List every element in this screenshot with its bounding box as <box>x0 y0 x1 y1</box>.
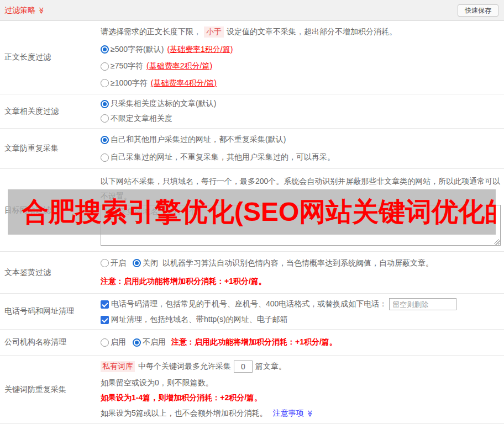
section-title: 过滤策略 <box>4 6 35 15</box>
dedup-option-2[interactable]: 自己采集过的网址，不重复采集，其他用户采集过的，可以再采。 <box>101 152 504 162</box>
radio-checked-icon[interactable] <box>101 136 109 144</box>
length-option-500[interactable]: ≥500字符(默认) (基础费率1积分/篇) <box>101 45 504 55</box>
phone-clean-label: 电话号码清理，包括常见的手机号、座机号、400电话格式，或替换成如下电话： <box>111 299 387 309</box>
filter-strategy-page: 过滤策略 ≫ 快速保存 正文长度过滤 请选择需求的正文长度下限， 小于 设定值的… <box>0 0 504 424</box>
notes-link[interactable]: 注意事项 ≫ <box>273 409 314 418</box>
fee-note: (基础费率2积分/篇) <box>146 61 212 71</box>
radio-unchecked-icon[interactable] <box>101 338 109 347</box>
row-relevance-filter: 文章相关度过滤 只采集相关度达标的文章(默认) 不限定文章相关度 <box>0 94 504 129</box>
radio-checked-icon[interactable] <box>133 259 141 267</box>
radio-label: 自己和其他用户采集过的网址，都不重复采集(默认) <box>111 135 286 145</box>
checkbox-checked-icon[interactable] <box>101 300 109 309</box>
keyword-cost-note: 如果设为1-4篇，则增加积分消耗：+2积分/篇。 <box>101 393 504 403</box>
radio-label: 只采集相关度达标的文章(默认) <box>111 99 216 109</box>
radio-label: 不限定文章相关度 <box>111 114 172 124</box>
intro-text-before: 请选择需求的正文长度下限， <box>101 27 201 37</box>
quick-save-button[interactable]: 快速保存 <box>458 4 498 17</box>
row-phone-url-clean: 电话号码和网址清理 电话号码清理，包括常见的手机号、座机号、400电话格式，或替… <box>0 294 504 330</box>
row-porn-filter: 文本鉴黄过滤 开启 关闭 以机器学习算法自动识别色情内容，当色情概率达到系统阈值… <box>0 252 504 294</box>
radio-label: ≥1000字符 <box>111 78 148 88</box>
intro-text-after: 设定值的文章不采集，超出部分不增加积分消耗。 <box>227 27 397 37</box>
radio-unchecked-icon[interactable] <box>101 114 109 123</box>
length-option-1000[interactable]: ≥1000字符 (基础费率4积分/篇) <box>101 78 504 88</box>
watermark-text: 合肥搜索引擎优化(SEO网站关键词优化的步 <box>22 194 496 230</box>
radio-checked-icon[interactable] <box>133 338 141 347</box>
dedup-option-1[interactable]: 自己和其他用户采集过的网址，都不重复采集(默认) <box>101 135 504 145</box>
notes-link-label: 注意事项 <box>273 409 304 418</box>
fee-note: (基础费率4积分/篇) <box>151 78 217 88</box>
company-off-label[interactable]: 不启用 <box>143 337 166 347</box>
row-label: 文章相关度过滤 <box>0 94 101 128</box>
private-lexicon-badge: 私有词库 <box>101 361 135 372</box>
radio-unchecked-icon[interactable] <box>101 62 109 71</box>
row-company-name-clean: 公司机构名称清理 启用 不启用 注意：启用此功能将增加积分消耗：+1积分/篇。 <box>0 330 504 356</box>
radio-label: 自己采集过的网址，不重复采集，其他用户采集过的，可以再采。 <box>111 152 335 162</box>
keyword-line1-tail: 篇文章。 <box>255 362 286 372</box>
row-label: 电话号码和网址清理 <box>0 294 101 329</box>
porn-off-label[interactable]: 关闭 <box>143 258 158 268</box>
radio-unchecked-icon[interactable] <box>101 153 109 162</box>
company-on-label[interactable]: 启用 <box>111 337 126 347</box>
fee-note: (基础费率1积分/篇) <box>167 45 233 55</box>
radio-label: ≥500字符(默认) <box>111 45 164 55</box>
row-label: 文章防重复采集 <box>0 129 101 168</box>
watermark-banner: 合肥搜索引擎优化(SEO网站关键词优化的步 <box>8 189 496 235</box>
chevron-down-icon: ≫ <box>38 7 45 14</box>
radio-checked-icon[interactable] <box>101 45 109 54</box>
radio-label: ≥750字符 <box>111 61 143 71</box>
length-intro: 请选择需求的正文长度下限， 小于 设定值的文章不采集，超出部分不增加积分消耗。 <box>101 26 504 38</box>
porn-cost-note: 注意：启用此功能将增加积分消耗：+1积分/篇。 <box>101 277 504 287</box>
company-cost-note: 注意：启用此功能将增加积分消耗：+1积分/篇。 <box>171 337 337 347</box>
replacement-phone-input[interactable] <box>389 298 456 310</box>
chevron-down-icon: ≫ <box>306 410 314 417</box>
keyword-line2: 如果留空或设为0，则不限篇数。 <box>101 378 504 388</box>
intro-highlight: 小于 <box>204 26 224 38</box>
radio-unchecked-icon[interactable] <box>101 79 109 87</box>
row-label: 文本鉴黄过滤 <box>0 252 101 293</box>
checkbox-checked-icon[interactable] <box>101 316 109 324</box>
row-label: 公司机构名称清理 <box>0 330 101 355</box>
row-label: 关键词防重复采集 <box>0 356 101 423</box>
row-dedup-collect: 文章防重复采集 自己和其他用户采集过的网址，都不重复采集(默认) 自己采集过的网… <box>0 129 504 169</box>
url-clean-label: 网址清理，包括纯域名、带http(s)的网址、电子邮箱 <box>111 315 288 325</box>
keyword-line4: 如果设为5篇或以上，也不会额外增加积分消耗。 <box>101 409 267 418</box>
top-bar: 过滤策略 ≫ 快速保存 <box>0 0 504 21</box>
radio-checked-icon[interactable] <box>101 100 109 108</box>
length-option-750[interactable]: ≥750字符 (基础费率2积分/篇) <box>101 61 504 71</box>
row-label: 正文长度过滤 <box>0 21 101 94</box>
porn-description: 以机器学习算法自动识别色情内容，当色情概率达到系统阈值，自动屏蔽文章。 <box>162 258 433 268</box>
max-collect-count-input[interactable] <box>234 361 253 373</box>
keyword-line1-text: 中每个关键词最多允许采集 <box>138 362 231 372</box>
row-text-length-filter: 正文长度过滤 请选择需求的正文长度下限， 小于 设定值的文章不采集，超出部分不增… <box>0 21 504 94</box>
row-keyword-dedup: 关键词防重复采集 私有词库 中每个关键词最多允许采集 篇文章。 如果留空或设为0… <box>0 356 504 424</box>
section-toggle-filter-strategy[interactable]: 过滤策略 ≫ <box>4 6 45 15</box>
relevance-option-1[interactable]: 只采集相关度达标的文章(默认) <box>101 99 504 109</box>
porn-on-label[interactable]: 开启 <box>111 258 126 268</box>
relevance-option-2[interactable]: 不限定文章相关度 <box>101 114 504 124</box>
radio-unchecked-icon[interactable] <box>101 259 109 267</box>
